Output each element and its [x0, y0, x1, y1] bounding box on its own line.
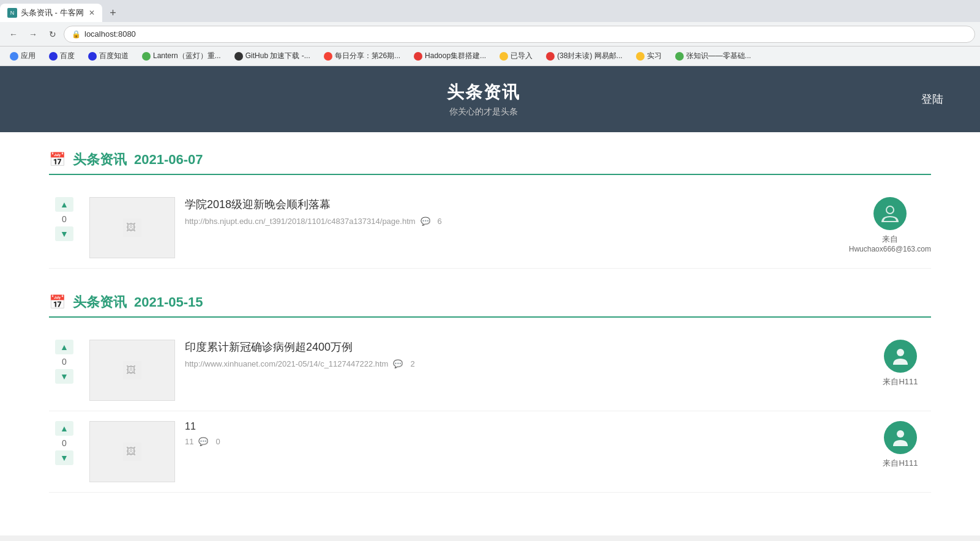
- news-section-1: 📅 头条资讯 2021-06-07 ▲ 0 ▼ 🖼: [49, 151, 931, 269]
- author-avatar-1: [873, 197, 907, 230]
- tab-title: 头条资讯 - 牛客网: [21, 7, 84, 18]
- bookmark-icon-hadoop: [414, 52, 422, 61]
- author-block-2-2: 来自H111: [870, 421, 931, 469]
- bookmark-icon-imported: [499, 52, 508, 61]
- bookmark-label: 应用: [21, 51, 36, 61]
- bookmark-item-daily[interactable]: 每日分享：第26期...: [319, 50, 405, 62]
- news-url-2-1[interactable]: http://www.xinhuanet.com/2021-05/14/c_11…: [185, 359, 388, 368]
- vote-count-2-2: 0: [62, 438, 67, 448]
- comment-icon-1: 💬: [421, 217, 430, 226]
- comment-icon-2-1: 💬: [393, 359, 403, 368]
- broken-image-icon-2-1: 🖼: [123, 361, 141, 379]
- downvote-button-2-1[interactable]: ▼: [55, 369, 73, 384]
- calendar-icon-2: 📅: [49, 294, 65, 310]
- bookmark-label: 每日分享：第26期...: [335, 51, 400, 61]
- vote-count-2-1: 0: [62, 357, 67, 367]
- lock-icon: 🔒: [72, 30, 81, 39]
- new-tab-button[interactable]: +: [105, 4, 122, 21]
- author-label-2-1: 来自H111: [883, 376, 918, 387]
- svg-text:🖼: 🖼: [126, 365, 136, 375]
- bookmark-item-apps[interactable]: 应用: [5, 50, 40, 62]
- svg-point-3: [887, 207, 893, 213]
- bookmark-item-baiduzhidao[interactable]: 百度知道: [83, 50, 133, 62]
- section-date-1: 2021-06-07: [134, 152, 203, 168]
- active-tab[interactable]: N 头条资讯 - 牛客网 ✕: [0, 4, 102, 22]
- author-avatar-2-1: [884, 340, 917, 373]
- svg-text:🖼: 🖼: [126, 222, 136, 233]
- main-content: 📅 头条资讯 2021-06-07 ▲ 0 ▼ 🖼: [0, 132, 980, 535]
- author-block-2-1: 来自H111: [870, 340, 931, 387]
- login-button[interactable]: 登陆: [921, 92, 943, 106]
- bookmark-icon-daily: [324, 52, 332, 61]
- news-item-2-1: ▲ 0 ▼ 🖼 印度累计新冠确诊病例超2400万例 http://www.xin…: [49, 330, 931, 411]
- page: 头条资讯 你关心的才是头条 登陆 📅 头条资讯 2021-06-07 ▲ 0 ▼: [0, 66, 980, 535]
- news-body-2-2: 11 11 💬 0: [185, 421, 860, 446]
- site-title-block: 头条资讯 你关心的才是头条: [331, 81, 637, 118]
- news-item-2-2: ▲ 0 ▼ 🖼 11 11 💬 0: [49, 411, 931, 493]
- back-button[interactable]: ←: [5, 26, 22, 43]
- news-thumbnail-1: 🖼: [89, 197, 175, 258]
- bookmark-label: Lantern（蓝灯）重...: [153, 51, 221, 61]
- author-label-2-2: 来自H111: [883, 458, 918, 469]
- bookmark-item-email[interactable]: (38封未读) 网易邮...: [541, 50, 627, 62]
- news-body-1: 学院2018级迎新晚会顺利落幕 http://bhs.njupt.edu.cn/…: [185, 197, 839, 226]
- downvote-button-2-2[interactable]: ▼: [55, 450, 73, 465]
- bookmark-icon-baidu: [49, 52, 58, 61]
- browser-toolbar: ← → ↻ 🔒 localhost:8080: [0, 22, 980, 47]
- news-body-2-1: 印度累计新冠确诊病例超2400万例 http://www.xinhuanet.c…: [185, 340, 860, 368]
- avatar-icon-2-2: [889, 427, 911, 449]
- tab-bar: N 头条资讯 - 牛客网 ✕ +: [0, 0, 980, 22]
- news-thumbnail-2-1: 🖼: [89, 340, 175, 401]
- bookmark-icon-lantern: [142, 52, 151, 61]
- bookmark-item-zhang[interactable]: 张知识——零基础...: [670, 50, 756, 62]
- bookmark-item-baidu[interactable]: 百度: [44, 50, 80, 62]
- broken-image-icon-2-2: 🖼: [123, 442, 141, 461]
- bookmark-item-internship[interactable]: 实习: [631, 50, 667, 62]
- tab-favicon: N: [7, 8, 17, 18]
- bookmark-icon-github: [234, 52, 243, 61]
- section-divider-2: [49, 316, 931, 318]
- news-title-2-1[interactable]: 印度累计新冠确诊病例超2400万例: [185, 340, 860, 354]
- bookmarks-bar: 应用 百度 百度知道 Lantern（蓝灯）重... GitHub 加速下载 -…: [0, 47, 980, 66]
- comment-count-2-1: 2: [410, 359, 414, 368]
- bookmark-icon-email: [546, 52, 555, 61]
- site-title: 头条资讯: [331, 81, 637, 104]
- author-avatar-2-2: [884, 421, 917, 454]
- bookmark-label: 百度: [60, 51, 75, 61]
- upvote-button-2-1[interactable]: ▲: [55, 340, 73, 354]
- news-thumbnail-2-2: 🖼: [89, 421, 175, 482]
- news-title-2-2[interactable]: 11: [185, 421, 860, 432]
- upvote-button-1[interactable]: ▲: [55, 197, 73, 212]
- section-header-1: 📅 头条资讯 2021-06-07: [49, 151, 931, 169]
- svg-point-11: [897, 430, 904, 438]
- svg-text:🖼: 🖼: [126, 446, 136, 457]
- news-item-1: ▲ 0 ▼ 🖼 学院2018级迎新晚会顺利落幕 http://bhs.njupt…: [49, 187, 931, 269]
- avatar-icon-1: [879, 203, 901, 225]
- tab-close-button[interactable]: ✕: [89, 9, 95, 17]
- news-title-1[interactable]: 学院2018级迎新晚会顺利落幕: [185, 197, 839, 212]
- vote-block-2-2: ▲ 0 ▼: [49, 421, 80, 465]
- bookmark-item-lantern[interactable]: Lantern（蓝灯）重...: [137, 50, 226, 62]
- bookmark-item-imported[interactable]: 已导入: [495, 50, 537, 62]
- reload-button[interactable]: ↻: [44, 26, 61, 43]
- bookmark-icon-apps: [10, 52, 18, 61]
- address-bar[interactable]: 🔒 localhost:8080: [64, 26, 975, 43]
- bookmark-icon-baiduzhidao: [88, 52, 97, 61]
- bookmark-label: 已导入: [511, 51, 533, 61]
- avatar-icon-2-1: [889, 345, 911, 367]
- bookmark-label: GitHub 加速下载 -...: [245, 51, 310, 61]
- upvote-button-2-2[interactable]: ▲: [55, 421, 73, 436]
- browser-chrome: N 头条资讯 - 牛客网 ✕ + ← → ↻ 🔒 localhost:8080 …: [0, 0, 980, 66]
- news-url-2-2[interactable]: 11: [185, 437, 193, 446]
- downvote-button-1[interactable]: ▼: [55, 226, 73, 241]
- bookmark-icon-internship: [636, 52, 645, 61]
- author-label-1: 来自: [882, 234, 898, 245]
- comment-icon-2-2: 💬: [198, 437, 208, 446]
- news-url-1[interactable]: http://bhs.njupt.edu.cn/_t391/2018/1101/…: [185, 217, 416, 226]
- bookmark-icon-zhang: [675, 52, 684, 61]
- section-header-2: 📅 头条资讯 2021-05-15: [49, 293, 931, 312]
- bookmark-item-hadoop[interactable]: Hadoop集群搭建...: [409, 50, 491, 62]
- section-date-2: 2021-05-15: [134, 294, 203, 310]
- forward-button[interactable]: →: [24, 26, 42, 43]
- bookmark-item-github[interactable]: GitHub 加速下载 -...: [230, 50, 315, 62]
